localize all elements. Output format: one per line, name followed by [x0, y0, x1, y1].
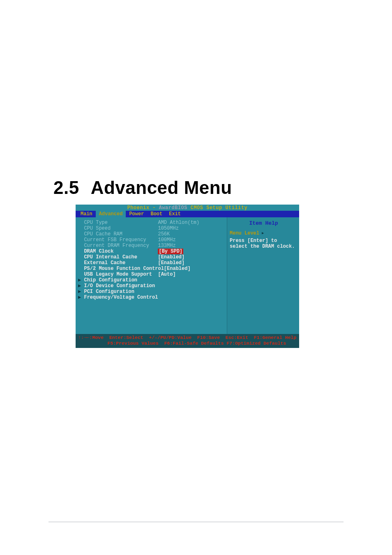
section-number: 2.5	[53, 177, 79, 198]
bios-setting-value[interactable]: [Enabled]	[158, 260, 184, 266]
bios-footer-line2: F5:Previous Values F6:Fail-Safe Defaults…	[78, 341, 297, 346]
help-menu-level: Menu Level ▶	[230, 230, 297, 236]
bios-setting-value: 100MHz	[158, 237, 175, 243]
bios-setting-value: 133MHz	[158, 243, 175, 249]
help-title: Item Help	[230, 220, 297, 226]
bios-setting-label: DRAM Clock	[78, 249, 158, 254]
bios-setting-row: Current FSB Frequency 100MHz	[78, 237, 224, 243]
help-menu-level-label: Menu Level	[230, 230, 259, 236]
bios-submenu-row[interactable]: ▶ Frequency/Voltage Control	[78, 295, 224, 300]
bios-footer-line1: ↑↓→←:Move Enter:Select +/-/PU/PD:Value F…	[78, 335, 297, 341]
bios-setting-value: 1050MHz	[158, 226, 178, 231]
bios-setting-row[interactable]: External Cache [Enabled]	[78, 260, 224, 266]
page-footer-rule	[48, 522, 344, 522]
section-title: Advanced Menu	[91, 177, 232, 198]
bios-help-pane: Item Help Menu Level ▶ Press [Enter] to …	[227, 217, 299, 334]
bios-title-right: CMOS Setup Utility	[187, 205, 247, 211]
bios-submenu-row[interactable]: ▶ I/O Device Configuration	[78, 283, 224, 289]
bios-tab-advanced[interactable]: Advanced	[96, 211, 126, 217]
triangle-right-icon: ▶	[78, 277, 81, 283]
bios-setting-row: CPU Cache RAM 256K	[78, 231, 224, 237]
bios-submenu-label: Frequency/Voltage Control	[81, 295, 158, 300]
bios-setting-value: AMD Athlon(tm)	[158, 220, 199, 226]
document-page: 2.5Advanced Menu Phoenix - AwardBIOS CMO…	[0, 0, 392, 555]
bios-setting-row[interactable]: DRAM Clock [By SPD]	[78, 249, 224, 254]
bios-setting-label: PS/2 Mouse Function Control	[78, 266, 164, 272]
bios-screenshot: Phoenix - AwardBIOS CMOS Setup Utility M…	[76, 205, 299, 346]
bios-setting-value: 256K	[158, 231, 170, 237]
triangle-right-icon: ▶	[78, 289, 81, 295]
bios-setting-label: Current FSB Frequency	[78, 237, 158, 243]
help-text-line: select the DRAM clock.	[230, 244, 297, 249]
bios-title-left: Phoenix -	[127, 205, 159, 211]
bios-title: Phoenix - AwardBIOS CMOS Setup Utility	[76, 205, 299, 211]
bios-setting-label: CPU Cache RAM	[78, 231, 158, 237]
bios-setting-label: External Cache	[78, 260, 158, 266]
bios-tab-power[interactable]: Power	[126, 211, 147, 217]
bios-setting-row: Current DRAM Frequency 133MHz	[78, 243, 224, 249]
triangle-right-icon: ▶	[78, 295, 81, 300]
bios-setting-value[interactable]: [By SPD]	[158, 249, 183, 254]
bios-tab-boot[interactable]: Boot	[147, 211, 166, 217]
bios-setting-row: CPU Speed 1050MHz	[78, 226, 224, 231]
bios-tab-main[interactable]: Main	[76, 211, 96, 217]
bios-setting-value[interactable]: [Enabled]	[164, 266, 191, 272]
bios-setting-row[interactable]: PS/2 Mouse Function Control[Enabled]	[78, 266, 224, 272]
bios-submenu-label: Chip Configuration	[81, 277, 137, 283]
bios-setting-value[interactable]: [Auto]	[158, 272, 175, 277]
triangle-right-icon: ▶	[262, 230, 264, 236]
bios-left-pane: CPU Type AMD Athlon(tm) CPU Speed 1050MH…	[76, 217, 227, 334]
bios-submenu-row[interactable]: ▶ Chip Configuration	[78, 277, 224, 283]
section-heading: 2.5Advanced Menu	[53, 177, 232, 198]
bios-setting-label: Current DRAM Frequency	[78, 243, 158, 249]
bios-tabbar: MainAdvancedPowerBootExit	[76, 211, 299, 217]
bios-submenu-label: I/O Device Configuration	[81, 283, 155, 289]
triangle-right-icon: ▶	[78, 283, 81, 289]
bios-submenu-label: PCI Configuration	[81, 289, 134, 295]
bios-setting-row: CPU Type AMD Athlon(tm)	[78, 220, 224, 226]
bios-setting-label: CPU Speed	[78, 226, 158, 231]
bios-setting-label: CPU Internal Cache	[78, 254, 158, 260]
bios-setting-value[interactable]: [Enabled]	[158, 254, 184, 260]
bios-setting-row[interactable]: CPU Internal Cache [Enabled]	[78, 254, 224, 260]
bios-tab-exit[interactable]: Exit	[166, 211, 184, 217]
bios-body: CPU Type AMD Athlon(tm) CPU Speed 1050MH…	[76, 217, 299, 334]
bios-footer: ↑↓→←:Move Enter:Select +/-/PU/PD:Value F…	[76, 334, 299, 348]
bios-setting-label: USB Legacy Mode Support	[78, 272, 158, 277]
bios-setting-label: CPU Type	[78, 220, 158, 226]
bios-submenu-row[interactable]: ▶ PCI Configuration	[78, 289, 224, 295]
bios-setting-row[interactable]: USB Legacy Mode Support [Auto]	[78, 272, 224, 277]
bios-title-mid: AwardBIOS	[159, 205, 187, 211]
help-text-line: Press [Enter] to	[230, 238, 297, 244]
